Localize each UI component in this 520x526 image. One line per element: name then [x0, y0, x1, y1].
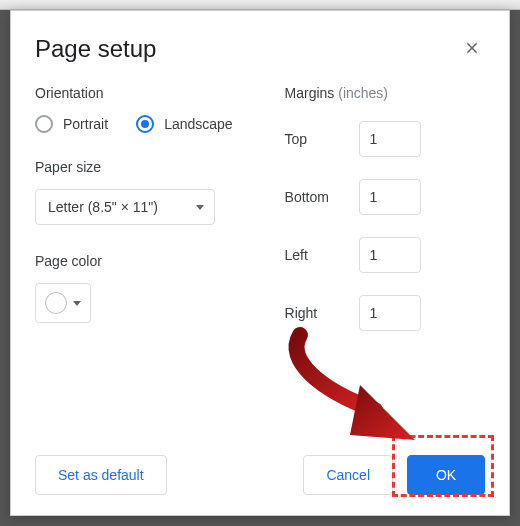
orientation-label: Orientation	[35, 85, 257, 101]
close-icon	[463, 39, 481, 57]
margin-bottom-label: Bottom	[285, 189, 359, 205]
paper-size-value: Letter (8.5" × 11")	[48, 199, 158, 215]
cancel-button[interactable]: Cancel	[303, 455, 393, 495]
page-color-select[interactable]	[35, 283, 91, 323]
margin-right-label: Right	[285, 305, 359, 321]
right-column: Margins (inches) Top Bottom Left Right	[285, 85, 485, 353]
margin-top-input[interactable]	[359, 121, 421, 157]
margin-top-label: Top	[285, 131, 359, 147]
orientation-landscape-radio[interactable]: Landscape	[136, 115, 233, 133]
background-toolbar	[0, 0, 520, 10]
close-button[interactable]	[459, 35, 485, 61]
left-column: Orientation Portrait Landscape Paper siz…	[35, 85, 257, 353]
page-color-label: Page color	[35, 253, 257, 269]
dialog-body: Orientation Portrait Landscape Paper siz…	[35, 85, 485, 353]
paper-size-select[interactable]: Letter (8.5" × 11")	[35, 189, 215, 225]
orientation-options: Portrait Landscape	[35, 115, 257, 133]
paper-size-label: Paper size	[35, 159, 257, 175]
dialog-footer: Set as default Cancel OK	[35, 455, 485, 495]
radio-icon	[136, 115, 154, 133]
margin-left-input[interactable]	[359, 237, 421, 273]
margin-left-row: Left	[285, 237, 485, 273]
margin-left-label: Left	[285, 247, 359, 263]
dialog-title: Page setup	[35, 35, 156, 63]
margin-top-row: Top	[285, 121, 485, 157]
margin-right-input[interactable]	[359, 295, 421, 331]
margin-right-row: Right	[285, 295, 485, 331]
margin-bottom-input[interactable]	[359, 179, 421, 215]
radio-icon	[35, 115, 53, 133]
margin-bottom-row: Bottom	[285, 179, 485, 215]
radio-label: Landscape	[164, 116, 233, 132]
margins-label-text: Margins	[285, 85, 335, 101]
margins-units: (inches)	[338, 85, 388, 101]
dialog-header: Page setup	[35, 35, 485, 63]
radio-label: Portrait	[63, 116, 108, 132]
ok-button[interactable]: OK	[407, 455, 485, 495]
chevron-down-icon	[196, 205, 204, 210]
orientation-portrait-radio[interactable]: Portrait	[35, 115, 108, 133]
color-swatch-icon	[45, 292, 67, 314]
button-label: OK	[436, 467, 456, 483]
margins-label: Margins (inches)	[285, 85, 485, 101]
set-as-default-button[interactable]: Set as default	[35, 455, 167, 495]
button-label: Cancel	[326, 467, 370, 483]
page-setup-dialog: Page setup Orientation Portrait Landscap…	[10, 10, 510, 516]
chevron-down-icon	[73, 301, 81, 306]
footer-right-group: Cancel OK	[303, 455, 485, 495]
button-label: Set as default	[58, 467, 144, 483]
